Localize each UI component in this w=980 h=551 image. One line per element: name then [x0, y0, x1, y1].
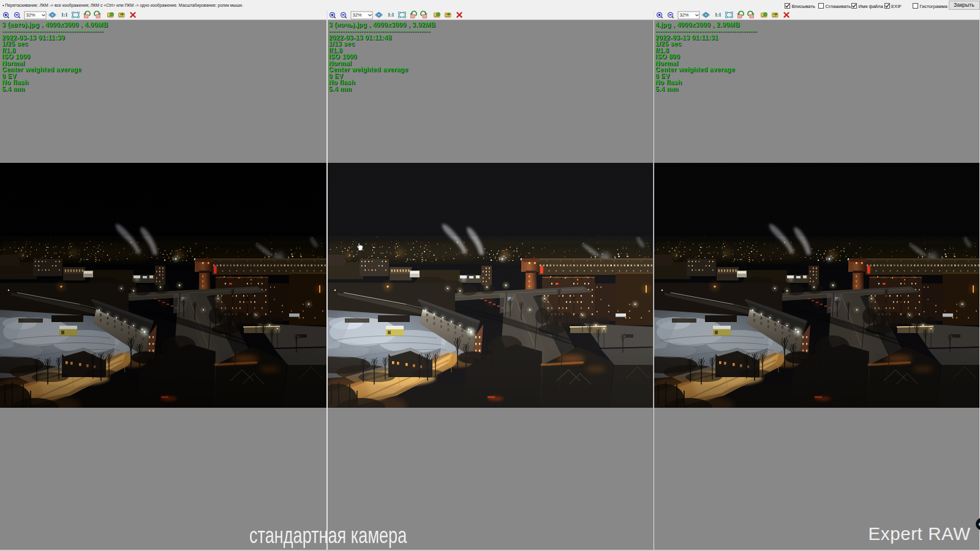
svg-text:1:1: 1:1 [388, 12, 394, 18]
svg-text:32%: 32% [353, 12, 362, 18]
svg-text:1:1: 1:1 [61, 12, 67, 18]
svg-text:32%: 32% [679, 12, 688, 18]
svg-text:1:1: 1:1 [715, 12, 721, 18]
svg-text:32%: 32% [26, 12, 36, 18]
